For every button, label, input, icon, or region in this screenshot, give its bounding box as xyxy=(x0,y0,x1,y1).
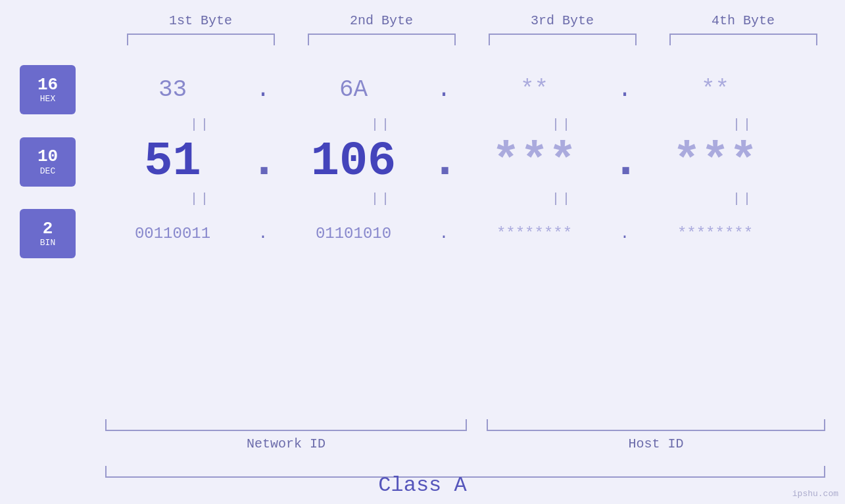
network-id-label: Network ID xyxy=(105,436,467,451)
bracket-line-1 xyxy=(127,34,275,45)
hex-dot-1: . xyxy=(250,76,276,103)
bracket-2 xyxy=(291,34,472,45)
hex-dot-3: . xyxy=(612,76,638,103)
dec-values: 51 . 106 . *** . *** xyxy=(95,135,845,189)
host-id-label: Host ID xyxy=(487,436,825,451)
bracket-line-3 xyxy=(489,34,637,45)
dec-val-1: 51 xyxy=(95,135,250,189)
host-bracket xyxy=(487,419,825,431)
bottom-section: Network ID Host ID xyxy=(105,419,825,451)
byte-labels-row: 1st Byte 2nd Byte 3rd Byte 4th Byte xyxy=(0,13,845,28)
dec-row: 10 DEC 51 . 106 . *** . *** xyxy=(0,135,845,189)
eq-1-2: || xyxy=(291,117,472,132)
bin-dot-1: . xyxy=(250,225,276,242)
bracket-line-4 xyxy=(669,34,817,45)
bin-dot-3: . xyxy=(612,225,638,242)
bracket-1 xyxy=(110,34,291,45)
id-labels: Network ID Host ID xyxy=(105,436,825,451)
hex-dot-2: . xyxy=(431,76,457,103)
dec-dot-3: . xyxy=(612,135,638,189)
bin-row: 2 BIN 00110011 . 01101010 . ******** . *… xyxy=(0,209,845,258)
bottom-brackets xyxy=(105,419,825,431)
eq-1-4: || xyxy=(653,117,834,132)
eq-1-3: || xyxy=(472,117,653,132)
hex-val-1: 33 xyxy=(95,76,250,103)
eq-2-4: || xyxy=(653,191,834,206)
hex-row: 16 HEX 33 . 6A . ** . ** xyxy=(0,65,845,114)
bin-values: 00110011 . 01101010 . ******** . *******… xyxy=(95,225,845,242)
bin-badge-number: 2 xyxy=(43,219,53,239)
top-bracket-row xyxy=(0,34,845,45)
dec-val-3: *** xyxy=(457,135,612,189)
class-label: Class A xyxy=(0,473,845,497)
bin-val-3: ******** xyxy=(457,225,612,242)
dec-badge-number: 10 xyxy=(37,147,58,166)
watermark: ipshu.com xyxy=(792,489,838,499)
dec-badge: 10 DEC xyxy=(20,137,76,187)
eq-2-1: || xyxy=(110,191,291,206)
equals-row-1: || || || || xyxy=(0,117,845,132)
hex-val-4: ** xyxy=(638,76,792,103)
bracket-line-2 xyxy=(308,34,456,45)
bin-val-2: 01101010 xyxy=(276,225,431,242)
hex-values: 33 . 6A . ** . ** xyxy=(95,76,845,103)
eq-2-2: || xyxy=(291,191,472,206)
bin-val-1: 00110011 xyxy=(95,225,250,242)
bin-badge-label: BIN xyxy=(40,238,55,248)
bracket-gap xyxy=(467,419,487,431)
bracket-3 xyxy=(472,34,653,45)
hex-badge-label: HEX xyxy=(40,94,55,104)
dec-dot-2: . xyxy=(431,135,457,189)
eq-2-3: || xyxy=(472,191,653,206)
byte-label-4: 4th Byte xyxy=(653,13,834,28)
byte-label-1: 1st Byte xyxy=(110,13,291,28)
network-bracket xyxy=(105,419,467,431)
dec-dot-1: . xyxy=(250,135,276,189)
main-container: 1st Byte 2nd Byte 3rd Byte 4th Byte 16 H… xyxy=(0,0,845,504)
eq-1-1: || xyxy=(110,117,291,132)
byte-label-3: 3rd Byte xyxy=(472,13,653,28)
bin-dot-2: . xyxy=(431,225,457,242)
hex-val-2: 6A xyxy=(276,76,431,103)
byte-label-2: 2nd Byte xyxy=(291,13,472,28)
dec-badge-label: DEC xyxy=(40,166,55,176)
hex-badge: 16 HEX xyxy=(20,65,76,114)
hex-badge-number: 16 xyxy=(37,76,58,95)
bin-val-4: ******** xyxy=(638,225,792,242)
bin-badge: 2 BIN xyxy=(20,209,76,258)
bracket-4 xyxy=(653,34,834,45)
dec-val-4: *** xyxy=(638,135,792,189)
dec-val-2: 106 xyxy=(276,135,431,189)
hex-val-3: ** xyxy=(457,76,612,103)
equals-row-2: || || || || xyxy=(0,191,845,206)
